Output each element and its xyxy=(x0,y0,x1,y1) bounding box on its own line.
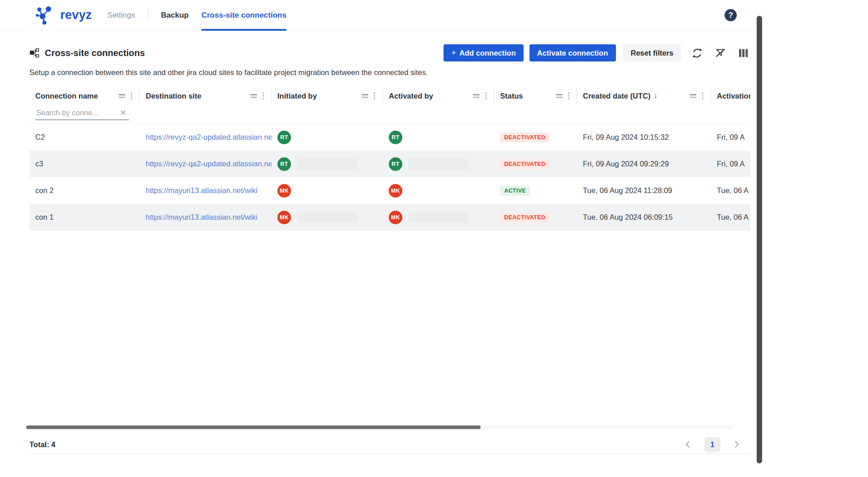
columns-button[interactable] xyxy=(736,46,750,60)
initiated-by-avatar: MK xyxy=(277,211,291,224)
activation-date-cell: Fri, 09 A xyxy=(711,151,750,177)
activated-by-cell: MK xyxy=(383,177,494,204)
destination-site-cell: https://revyz-qa2-updated.atlassian.net xyxy=(140,151,272,177)
table-row[interactable]: c3https://revyz-qa2-updated.atlassian.ne… xyxy=(29,151,750,177)
table-row[interactable]: con 1https://mayuri13.atlassian.net/wiki… xyxy=(29,204,750,231)
skeleton-placeholder xyxy=(409,212,468,223)
page-header: Cross-site connections +Add connection A… xyxy=(29,44,750,61)
connections-table: Connection name Destination site Initiat… xyxy=(29,87,750,231)
columns-icon xyxy=(738,47,749,59)
destination-site-cell: https://revyz-qa2-updated.atlassian.net xyxy=(140,124,272,151)
table-footer: Total: 4 1 xyxy=(29,435,750,453)
activate-connection-button[interactable]: Activate connection xyxy=(529,44,616,61)
sort-desc-icon[interactable]: ↓ xyxy=(653,91,658,100)
destination-site-cell: https://mayuri13.atlassian.net/wiki xyxy=(140,204,272,231)
column-menu-icon[interactable] xyxy=(484,91,488,100)
add-connection-button[interactable]: +Add connection xyxy=(444,44,524,61)
skeleton-placeholder xyxy=(409,159,468,170)
status-badge: ACTIVE xyxy=(500,186,530,196)
horizontal-scrollbar-thumb[interactable] xyxy=(26,425,481,429)
table-row[interactable]: con 2https://mayuri13.atlassian.net/wiki… xyxy=(29,177,750,204)
column-header-initiated-by[interactable]: Initiated by xyxy=(272,88,383,104)
destination-link[interactable]: https://mayuri13.atlassian.net/wiki xyxy=(146,213,258,222)
cross-site-connections-icon xyxy=(29,48,39,58)
column-header-status[interactable]: Status xyxy=(494,88,577,104)
activated-by-cell: RT xyxy=(383,124,494,151)
column-header-activation-date[interactable]: Activation date (UTC) xyxy=(711,88,750,104)
help-button[interactable]: ? xyxy=(725,9,737,21)
column-header-activated-by[interactable]: Activated by xyxy=(383,88,494,104)
total-count: Total: 4 xyxy=(29,440,55,449)
filter-off-icon xyxy=(715,47,726,59)
column-header-connection-name[interactable]: Connection name xyxy=(29,88,140,104)
connection-name-cell: con 2 xyxy=(29,177,140,204)
table-header-row: Connection name Destination site Initiat… xyxy=(29,87,750,105)
column-menu-icon[interactable] xyxy=(373,91,377,100)
table-filter-row: ✕ xyxy=(29,105,750,124)
footer-divider xyxy=(29,453,750,454)
tab-divider xyxy=(148,9,148,21)
app-root: revyz Settings Backup Cross-site connect… xyxy=(0,0,868,477)
column-filter-icon[interactable] xyxy=(473,94,480,98)
column-filter-icon[interactable] xyxy=(690,94,696,98)
vertical-scrollbar-thumb[interactable] xyxy=(757,16,762,463)
initiated-by-cell: RT xyxy=(272,151,383,177)
clear-search-icon[interactable]: ✕ xyxy=(117,109,129,117)
column-filter-icon[interactable] xyxy=(250,94,257,98)
chevron-right-icon xyxy=(733,440,740,449)
tab-cross-site-connections[interactable]: Cross-site connections xyxy=(201,0,286,30)
search-input[interactable] xyxy=(35,108,117,118)
activated-by-cell: RT xyxy=(383,151,494,177)
status-badge: DEACTIVATED xyxy=(500,159,549,169)
plus-icon: + xyxy=(451,48,456,57)
status-cell: DEACTIVATED xyxy=(494,204,577,231)
column-menu-icon[interactable] xyxy=(262,91,265,100)
column-menu-icon[interactable] xyxy=(701,91,705,100)
page-subtitle: Setup a connection between this site and… xyxy=(29,68,750,77)
column-filter-icon[interactable] xyxy=(556,94,563,98)
initiated-by-avatar: MK xyxy=(277,184,291,198)
previous-page-button[interactable] xyxy=(683,439,692,449)
activated-by-avatar: MK xyxy=(389,211,402,224)
created-date-cell: Fri, 09 Aug 2024 10:15:32 xyxy=(577,124,711,151)
column-menu-icon[interactable] xyxy=(567,91,571,100)
skeleton-placeholder xyxy=(297,159,357,170)
status-cell: DEACTIVATED xyxy=(494,151,577,177)
page-number[interactable]: 1 xyxy=(704,437,720,452)
activated-by-cell: MK xyxy=(383,204,494,231)
initiated-by-cell: MK xyxy=(272,204,383,231)
tab-backup[interactable]: Backup xyxy=(161,0,189,30)
initiated-by-avatar: RT xyxy=(277,157,291,171)
next-page-button[interactable] xyxy=(732,439,741,449)
column-menu-icon[interactable] xyxy=(130,91,134,100)
tab-settings[interactable]: Settings xyxy=(107,0,135,30)
created-date-cell: Fri, 09 Aug 2024 09:29:29 xyxy=(577,151,711,177)
main-content: Cross-site connections +Add connection A… xyxy=(29,44,750,231)
column-header-destination-site[interactable]: Destination site xyxy=(140,88,272,104)
status-badge: DEACTIVATED xyxy=(500,213,549,222)
column-filter-icon[interactable] xyxy=(362,94,368,98)
clear-column-filters-button[interactable] xyxy=(713,46,728,60)
revyz-logo-icon xyxy=(35,6,56,25)
created-date-cell: Tue, 06 Aug 2024 06:09:15 xyxy=(577,204,711,231)
nav-tabs: Settings Backup Cross-site connections xyxy=(107,0,286,30)
activation-date-cell: Tue, 06 A xyxy=(711,204,750,231)
horizontal-scrollbar-track[interactable] xyxy=(26,425,733,429)
reset-filters-button[interactable]: Reset filters xyxy=(623,44,681,61)
page-title-wrap: Cross-site connections xyxy=(29,48,145,58)
table-row[interactable]: C2https://revyz-qa2-updated.atlassian.ne… xyxy=(29,124,750,151)
created-date-cell: Tue, 06 Aug 2024 11:28:09 xyxy=(577,177,711,204)
destination-link[interactable]: https://mayuri13.atlassian.net/wiki xyxy=(146,186,258,195)
destination-link[interactable]: https://revyz-qa2-updated.atlassian.net xyxy=(146,133,272,142)
skeleton-placeholder xyxy=(297,212,357,223)
refresh-button[interactable] xyxy=(690,46,705,61)
connection-name-cell: c3 xyxy=(29,151,140,177)
status-cell: ACTIVE xyxy=(494,177,577,204)
status-badge: DEACTIVATED xyxy=(500,132,549,142)
activated-by-avatar: MK xyxy=(389,184,402,198)
top-navbar: revyz Settings Backup Cross-site connect… xyxy=(0,0,754,31)
column-filter-icon[interactable] xyxy=(119,94,125,98)
toolbar-actions: +Add connection Activate connection Rese… xyxy=(444,44,750,61)
column-header-created-date[interactable]: Created date (UTC) ↓ xyxy=(577,88,711,104)
destination-link[interactable]: https://revyz-qa2-updated.atlassian.net xyxy=(146,160,272,168)
